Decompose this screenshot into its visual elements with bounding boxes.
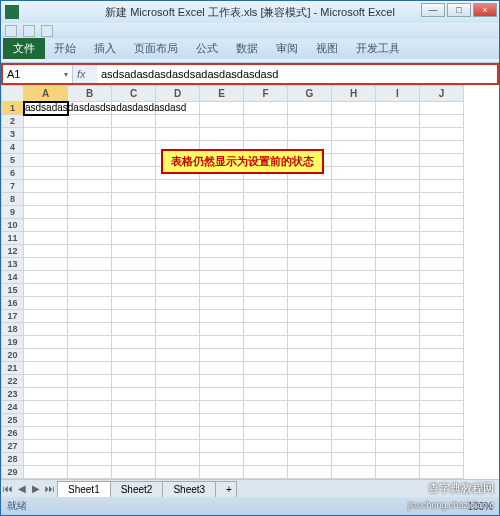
cell-C24[interactable] bbox=[112, 401, 156, 414]
cell-I6[interactable] bbox=[376, 167, 420, 180]
sheet-nav-prev[interactable]: ◀ bbox=[15, 483, 29, 494]
cell-C18[interactable] bbox=[112, 323, 156, 336]
cell-E26[interactable] bbox=[200, 427, 244, 440]
cell-F20[interactable] bbox=[244, 349, 288, 362]
formula-input[interactable]: asdsadasdasdasdsadasdasdasdasd bbox=[97, 65, 497, 83]
row-header-12[interactable]: 12 bbox=[2, 245, 24, 258]
cell-H22[interactable] bbox=[332, 375, 376, 388]
cell-A19[interactable] bbox=[24, 336, 68, 349]
cell-G28[interactable] bbox=[288, 453, 332, 466]
cell-I17[interactable] bbox=[376, 310, 420, 323]
cell-E21[interactable] bbox=[200, 362, 244, 375]
cell-G21[interactable] bbox=[288, 362, 332, 375]
row-header-18[interactable]: 18 bbox=[2, 323, 24, 336]
cell-I13[interactable] bbox=[376, 258, 420, 271]
col-header-B[interactable]: B bbox=[68, 86, 112, 102]
cell-E1[interactable] bbox=[200, 102, 244, 115]
cell-I14[interactable] bbox=[376, 271, 420, 284]
cell-I18[interactable] bbox=[376, 323, 420, 336]
cell-F25[interactable] bbox=[244, 414, 288, 427]
cell-C2[interactable] bbox=[112, 115, 156, 128]
cell-A12[interactable] bbox=[24, 245, 68, 258]
cell-E28[interactable] bbox=[200, 453, 244, 466]
cell-G29[interactable] bbox=[288, 466, 332, 479]
cell-A30[interactable] bbox=[24, 479, 68, 480]
cell-C19[interactable] bbox=[112, 336, 156, 349]
cell-C14[interactable] bbox=[112, 271, 156, 284]
cell-A11[interactable] bbox=[24, 232, 68, 245]
name-box[interactable]: A1 ▾ bbox=[3, 65, 73, 83]
cell-A22[interactable] bbox=[24, 375, 68, 388]
cell-J6[interactable] bbox=[420, 167, 464, 180]
cell-C5[interactable] bbox=[112, 154, 156, 167]
cell-H16[interactable] bbox=[332, 297, 376, 310]
cell-F3[interactable] bbox=[244, 128, 288, 141]
cell-H4[interactable] bbox=[332, 141, 376, 154]
cell-I12[interactable] bbox=[376, 245, 420, 258]
cell-B25[interactable] bbox=[68, 414, 112, 427]
cell-I27[interactable] bbox=[376, 440, 420, 453]
cell-D14[interactable] bbox=[156, 271, 200, 284]
cell-H8[interactable] bbox=[332, 193, 376, 206]
cell-G8[interactable] bbox=[288, 193, 332, 206]
cell-B21[interactable] bbox=[68, 362, 112, 375]
cell-C9[interactable] bbox=[112, 206, 156, 219]
cell-I16[interactable] bbox=[376, 297, 420, 310]
sheet-nav-next[interactable]: ▶ bbox=[29, 483, 43, 494]
cell-D12[interactable] bbox=[156, 245, 200, 258]
cell-B4[interactable] bbox=[68, 141, 112, 154]
col-header-A[interactable]: A bbox=[24, 86, 68, 102]
sheet-nav-first[interactable]: ⏮ bbox=[1, 483, 15, 494]
row-header-11[interactable]: 11 bbox=[2, 232, 24, 245]
cell-I1[interactable] bbox=[376, 102, 420, 115]
cell-H9[interactable] bbox=[332, 206, 376, 219]
cell-D19[interactable] bbox=[156, 336, 200, 349]
cell-G1[interactable] bbox=[288, 102, 332, 115]
cell-F22[interactable] bbox=[244, 375, 288, 388]
row-header-23[interactable]: 23 bbox=[2, 388, 24, 401]
cell-F17[interactable] bbox=[244, 310, 288, 323]
cell-J3[interactable] bbox=[420, 128, 464, 141]
cell-G23[interactable] bbox=[288, 388, 332, 401]
cell-E11[interactable] bbox=[200, 232, 244, 245]
cell-I10[interactable] bbox=[376, 219, 420, 232]
cell-A20[interactable] bbox=[24, 349, 68, 362]
col-header-J[interactable]: J bbox=[420, 86, 464, 102]
cell-I28[interactable] bbox=[376, 453, 420, 466]
cell-A21[interactable] bbox=[24, 362, 68, 375]
cell-I3[interactable] bbox=[376, 128, 420, 141]
tab-insert[interactable]: 插入 bbox=[85, 38, 125, 59]
cell-B23[interactable] bbox=[68, 388, 112, 401]
row-header-10[interactable]: 10 bbox=[2, 219, 24, 232]
cell-J15[interactable] bbox=[420, 284, 464, 297]
cell-D11[interactable] bbox=[156, 232, 200, 245]
cell-C11[interactable] bbox=[112, 232, 156, 245]
cell-B1[interactable] bbox=[68, 102, 112, 115]
cell-E13[interactable] bbox=[200, 258, 244, 271]
cell-H3[interactable] bbox=[332, 128, 376, 141]
cell-G12[interactable] bbox=[288, 245, 332, 258]
undo-icon[interactable] bbox=[23, 25, 35, 37]
cell-F9[interactable] bbox=[244, 206, 288, 219]
tab-view[interactable]: 视图 bbox=[307, 38, 347, 59]
cell-A5[interactable] bbox=[24, 154, 68, 167]
cell-A15[interactable] bbox=[24, 284, 68, 297]
cell-I26[interactable] bbox=[376, 427, 420, 440]
cell-C28[interactable] bbox=[112, 453, 156, 466]
cell-A29[interactable] bbox=[24, 466, 68, 479]
cell-H18[interactable] bbox=[332, 323, 376, 336]
fx-icon[interactable]: fx bbox=[77, 68, 93, 80]
cell-J29[interactable] bbox=[420, 466, 464, 479]
cell-A18[interactable] bbox=[24, 323, 68, 336]
cell-B24[interactable] bbox=[68, 401, 112, 414]
cell-H20[interactable] bbox=[332, 349, 376, 362]
cell-J8[interactable] bbox=[420, 193, 464, 206]
cell-G11[interactable] bbox=[288, 232, 332, 245]
col-header-D[interactable]: D bbox=[156, 86, 200, 102]
cell-G9[interactable] bbox=[288, 206, 332, 219]
cell-A23[interactable] bbox=[24, 388, 68, 401]
cell-G16[interactable] bbox=[288, 297, 332, 310]
cell-H27[interactable] bbox=[332, 440, 376, 453]
row-header-17[interactable]: 17 bbox=[2, 310, 24, 323]
row-header-8[interactable]: 8 bbox=[2, 193, 24, 206]
